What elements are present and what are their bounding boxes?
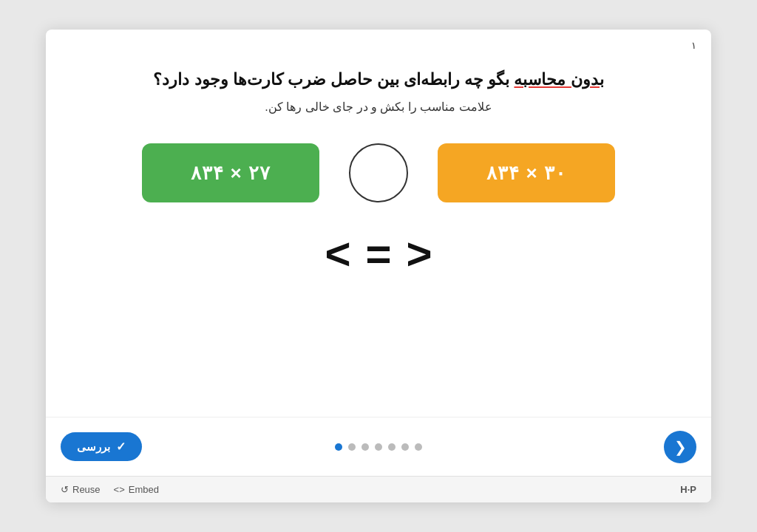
card-right-text: ۸۳۴ × ۳۰ bbox=[486, 162, 566, 185]
main-question-prefix: بدون محاسبه bbox=[514, 70, 603, 89]
symbols-row: < = > bbox=[325, 232, 432, 276]
page-number: ۱ bbox=[691, 40, 696, 51]
next-icon: ❯ bbox=[674, 438, 687, 456]
symbol-less[interactable]: < bbox=[325, 232, 350, 276]
embed-icon: <> bbox=[114, 484, 125, 495]
circle-drop-zone[interactable] bbox=[349, 143, 408, 202]
bottom-bar: ✓ بررسی ❯ bbox=[46, 417, 711, 476]
check-button-label: بررسی bbox=[77, 440, 110, 454]
main-question-suffix: بگو چه رابطه‌ای بین حاصل ضرب کارت‌ها وجو… bbox=[153, 70, 514, 89]
sub-question: علامت مناسب را بکش و در جای خالی رها کن. bbox=[265, 100, 492, 114]
dot-3[interactable] bbox=[361, 443, 369, 451]
reuse-label: Reuse bbox=[72, 484, 101, 495]
reuse-link[interactable]: ↺ Reuse bbox=[61, 484, 101, 495]
reuse-icon: ↺ bbox=[61, 484, 69, 495]
embed-label: Embed bbox=[129, 484, 159, 495]
card-right[interactable]: ۸۳۴ × ۳۰ bbox=[438, 143, 615, 202]
check-button[interactable]: ✓ بررسی bbox=[61, 432, 142, 461]
next-button[interactable]: ❯ bbox=[664, 431, 696, 463]
dot-1[interactable] bbox=[335, 443, 342, 451]
dot-2[interactable] bbox=[348, 443, 356, 451]
symbol-equal[interactable]: = bbox=[365, 232, 391, 276]
card-left[interactable]: ۸۳۴ × ۲۷ bbox=[142, 143, 319, 202]
footer-bar: ↺ Reuse <> Embed H·P bbox=[46, 476, 711, 502]
slide-content: ۱ بدون محاسبه بگو چه رابطه‌ای بین حاصل ض… bbox=[46, 30, 711, 417]
main-question: بدون محاسبه بگو چه رابطه‌ای بین حاصل ضرب… bbox=[153, 66, 603, 92]
embed-link[interactable]: <> Embed bbox=[114, 484, 159, 495]
dots-row bbox=[335, 443, 422, 451]
dot-5[interactable] bbox=[388, 443, 396, 451]
card-left-text: ۸۳۴ × ۲۷ bbox=[191, 162, 271, 185]
check-icon: ✓ bbox=[116, 440, 126, 454]
dot-7[interactable] bbox=[415, 443, 422, 451]
footer-brand: H·P bbox=[680, 484, 696, 495]
dot-4[interactable] bbox=[375, 443, 382, 451]
cards-row: ۸۳۴ × ۲۷ ۸۳۴ × ۳۰ bbox=[142, 143, 615, 202]
footer-left: ↺ Reuse <> Embed bbox=[61, 484, 159, 495]
dot-6[interactable] bbox=[401, 443, 409, 451]
symbol-greater[interactable]: > bbox=[407, 232, 432, 276]
slide-container: ۱ بدون محاسبه بگو چه رابطه‌ای بین حاصل ض… bbox=[46, 30, 711, 502]
